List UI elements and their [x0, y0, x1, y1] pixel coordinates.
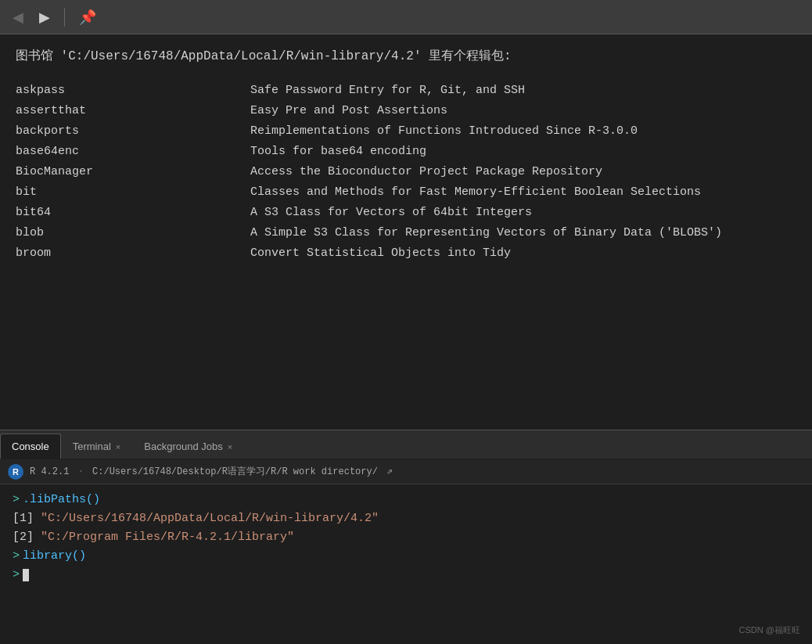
- package-name: broom: [16, 244, 250, 263]
- output-index: [2]: [13, 531, 41, 544]
- command-line: > library(): [13, 547, 799, 566]
- tab-label: Console: [12, 441, 49, 452]
- forward-button[interactable]: ▶: [34, 5, 55, 29]
- package-name: assertthat: [16, 102, 250, 121]
- tab-label: Terminal: [73, 441, 111, 452]
- pin-button[interactable]: 📌: [74, 5, 101, 29]
- package-name: bit64: [16, 203, 250, 222]
- path-separator: ·: [78, 466, 84, 477]
- r-icon: R: [8, 464, 23, 480]
- list-item: BiocManagerAccess the Bioconductor Proje…: [16, 163, 796, 182]
- prompt-symbol: >: [13, 547, 20, 566]
- active-prompt-line[interactable]: >: [13, 566, 799, 585]
- list-item: askpassSafe Password Entry for R, Git, a…: [16, 81, 796, 100]
- output-line: [1] "C:/Users/16748/AppData/Local/R/win-…: [13, 509, 799, 528]
- output-string: "C:/Users/16748/AppData/Local/R/win-libr…: [41, 512, 379, 525]
- package-name: base64enc: [16, 142, 250, 161]
- list-item: blobA Simple S3 Class for Representing V…: [16, 224, 796, 243]
- upper-pane: 图书馆 'C:/Users/16748/AppData/Local/R/win-…: [0, 34, 812, 430]
- r-version: R 4.2.1: [30, 466, 69, 477]
- package-name: blob: [16, 224, 250, 243]
- back-button[interactable]: ◀: [8, 5, 28, 29]
- list-item: bitClasses and Methods for Fast Memory-E…: [16, 183, 796, 202]
- package-desc: Safe Password Entry for R, Git, and SSH: [250, 81, 796, 100]
- command-text: library(): [23, 547, 86, 566]
- share-icon[interactable]: ⇗: [386, 466, 393, 477]
- package-desc: Reimplementations of Functions Introduce…: [250, 122, 796, 141]
- console-header: R R 4.2.1 · C:/Users/16748/Desktop/R语言学习…: [0, 459, 812, 484]
- list-item: base64encTools for base64 encoding: [16, 142, 796, 161]
- tab-bar: ConsoleTerminal×Background Jobs×: [0, 430, 812, 459]
- tab-close-icon[interactable]: ×: [116, 442, 120, 452]
- tab-label: Background Jobs: [144, 441, 222, 452]
- package-name: backports: [16, 122, 250, 141]
- cursor: [23, 569, 29, 581]
- list-item: bit64A S3 Class for Vectors of 64bit Int…: [16, 203, 796, 222]
- console-path: R 4.2.1 · C:/Users/16748/Desktop/R语言学习/R…: [30, 465, 393, 478]
- toolbar: ◀ ▶ 📌: [0, 0, 812, 34]
- console-content[interactable]: > .libPaths()[1] "C:/Users/16748/AppData…: [0, 484, 812, 591]
- output-string: "C:/Program Files/R/R-4.2.1/library": [41, 531, 294, 544]
- library-header: 图书馆 'C:/Users/16748/AppData/Local/R/win-…: [16, 47, 796, 66]
- tab-close-icon[interactable]: ×: [228, 442, 232, 452]
- package-desc: Classes and Methods for Fast Memory-Effi…: [250, 183, 796, 202]
- prompt-symbol: >: [13, 491, 20, 509]
- tab-console[interactable]: Console: [0, 434, 61, 459]
- toolbar-separator: [64, 8, 65, 27]
- package-desc: Convert Statistical Objects into Tidy: [250, 244, 796, 263]
- package-desc: Access the Bioconductor Project Package …: [250, 163, 796, 182]
- list-item: broomConvert Statistical Objects into Ti…: [16, 244, 796, 263]
- package-name: bit: [16, 183, 250, 202]
- prompt-symbol: >: [13, 566, 20, 585]
- tab-background-jobs[interactable]: Background Jobs×: [132, 434, 244, 459]
- package-desc: A Simple S3 Class for Representing Vecto…: [250, 224, 796, 243]
- package-desc: Easy Pre and Post Assertions: [250, 102, 796, 121]
- working-directory: C:/Users/16748/Desktop/R语言学习/R/R work di…: [92, 466, 378, 477]
- tab-terminal[interactable]: Terminal×: [61, 434, 133, 459]
- watermark: CSDN @福旺旺: [739, 624, 800, 636]
- package-name: askpass: [16, 81, 250, 100]
- list-item: backportsReimplementations of Functions …: [16, 122, 796, 141]
- list-item: assertthatEasy Pre and Post Assertions: [16, 102, 796, 121]
- command-text: .libPaths(): [23, 491, 100, 509]
- command-line: > .libPaths(): [13, 491, 799, 509]
- package-desc: A S3 Class for Vectors of 64bit Integers: [250, 203, 796, 222]
- package-name: BiocManager: [16, 163, 250, 182]
- output-index: [1]: [13, 512, 41, 525]
- package-desc: Tools for base64 encoding: [250, 142, 796, 161]
- output-line: [2] "C:/Program Files/R/R-4.2.1/library": [13, 528, 799, 547]
- package-list: askpassSafe Password Entry for R, Git, a…: [16, 81, 796, 263]
